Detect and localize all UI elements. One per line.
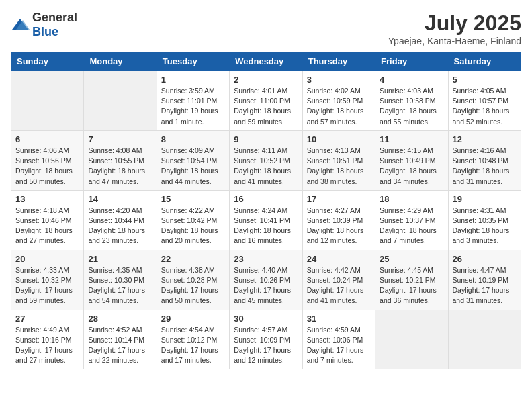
- logo: General Blue: [11, 11, 77, 39]
- calendar-cell: 25Sunrise: 4:45 AM Sunset: 10:21 PM Dayl…: [375, 250, 448, 310]
- day-info: Sunrise: 4:02 AM Sunset: 10:59 PM Daylig…: [307, 86, 371, 127]
- day-info: Sunrise: 3:59 AM Sunset: 11:01 PM Daylig…: [161, 86, 225, 127]
- page-header: General Blue July 2025 Ypaejae, Kanta-Ha…: [11, 11, 521, 46]
- day-number: 27: [15, 314, 79, 324]
- calendar-cell: 3Sunrise: 4:02 AM Sunset: 10:59 PM Dayli…: [302, 71, 375, 131]
- calendar-week-row: 6Sunrise: 4:06 AM Sunset: 10:56 PM Dayli…: [11, 130, 521, 190]
- calendar-cell: 23Sunrise: 4:40 AM Sunset: 10:26 PM Dayl…: [230, 250, 302, 310]
- calendar-cell: 27Sunrise: 4:49 AM Sunset: 10:16 PM Dayl…: [11, 310, 84, 369]
- calendar-week-row: 20Sunrise: 4:33 AM Sunset: 10:32 PM Dayl…: [11, 250, 521, 310]
- calendar-cell: 26Sunrise: 4:47 AM Sunset: 10:19 PM Dayl…: [448, 250, 521, 310]
- title-block: July 2025 Ypaejae, Kanta-Haeme, Finland: [388, 11, 521, 46]
- calendar-cell: 15Sunrise: 4:22 AM Sunset: 10:42 PM Dayl…: [157, 190, 229, 250]
- calendar-cell: [375, 310, 448, 369]
- day-number: 3: [307, 75, 371, 85]
- day-info: Sunrise: 4:13 AM Sunset: 10:51 PM Daylig…: [307, 146, 371, 187]
- day-number: 9: [234, 134, 298, 144]
- calendar-cell: 31Sunrise: 4:59 AM Sunset: 10:06 PM Dayl…: [302, 310, 375, 369]
- day-number: 15: [161, 194, 225, 204]
- day-number: 20: [15, 254, 79, 264]
- day-info: Sunrise: 4:24 AM Sunset: 10:41 PM Daylig…: [234, 205, 298, 246]
- day-number: 17: [307, 194, 371, 204]
- logo-blue: Blue: [32, 25, 58, 38]
- calendar-cell: 6Sunrise: 4:06 AM Sunset: 10:56 PM Dayli…: [11, 130, 84, 190]
- day-number: 6: [15, 134, 79, 144]
- day-number: 28: [88, 314, 152, 324]
- weekday-header: Monday: [84, 52, 157, 71]
- day-info: Sunrise: 4:08 AM Sunset: 10:55 PM Daylig…: [88, 146, 152, 187]
- day-info: Sunrise: 4:49 AM Sunset: 10:16 PM Daylig…: [15, 325, 79, 366]
- calendar-cell: 13Sunrise: 4:18 AM Sunset: 10:46 PM Dayl…: [11, 190, 84, 250]
- day-info: Sunrise: 4:31 AM Sunset: 10:35 PM Daylig…: [453, 205, 517, 246]
- location-title: Ypaejae, Kanta-Haeme, Finland: [388, 36, 521, 46]
- day-info: Sunrise: 4:35 AM Sunset: 10:30 PM Daylig…: [88, 265, 152, 306]
- calendar-cell: 2Sunrise: 4:01 AM Sunset: 11:00 PM Dayli…: [230, 71, 302, 131]
- day-info: Sunrise: 4:09 AM Sunset: 10:54 PM Daylig…: [161, 146, 225, 187]
- day-number: 12: [453, 134, 517, 144]
- day-info: Sunrise: 4:18 AM Sunset: 10:46 PM Daylig…: [15, 205, 79, 246]
- day-info: Sunrise: 4:05 AM Sunset: 10:57 PM Daylig…: [453, 86, 517, 127]
- calendar-cell: 9Sunrise: 4:11 AM Sunset: 10:52 PM Dayli…: [230, 130, 302, 190]
- calendar-cell: 11Sunrise: 4:15 AM Sunset: 10:49 PM Dayl…: [375, 130, 448, 190]
- day-number: 22: [161, 254, 225, 264]
- logo-general: General: [32, 11, 77, 24]
- day-info: Sunrise: 4:38 AM Sunset: 10:28 PM Daylig…: [161, 265, 225, 306]
- calendar-cell: [84, 71, 157, 131]
- day-info: Sunrise: 4:29 AM Sunset: 10:37 PM Daylig…: [380, 205, 443, 246]
- day-number: 23: [234, 254, 298, 264]
- weekday-header: Wednesday: [230, 52, 302, 71]
- day-info: Sunrise: 4:45 AM Sunset: 10:21 PM Daylig…: [380, 265, 443, 306]
- weekday-header: Saturday: [448, 52, 521, 71]
- calendar-week-row: 27Sunrise: 4:49 AM Sunset: 10:16 PM Dayl…: [11, 310, 521, 369]
- day-number: 2: [234, 75, 298, 85]
- day-info: Sunrise: 4:27 AM Sunset: 10:39 PM Daylig…: [307, 205, 371, 246]
- day-number: 26: [453, 254, 517, 264]
- day-number: 5: [453, 75, 517, 85]
- day-number: 10: [307, 134, 371, 144]
- day-info: Sunrise: 4:06 AM Sunset: 10:56 PM Daylig…: [15, 146, 79, 187]
- day-number: 29: [161, 314, 225, 324]
- calendar-cell: 24Sunrise: 4:42 AM Sunset: 10:24 PM Dayl…: [302, 250, 375, 310]
- day-info: Sunrise: 4:22 AM Sunset: 10:42 PM Daylig…: [161, 205, 225, 246]
- calendar-cell: 17Sunrise: 4:27 AM Sunset: 10:39 PM Dayl…: [302, 190, 375, 250]
- day-number: 1: [161, 75, 225, 85]
- weekday-header: Friday: [375, 52, 448, 71]
- calendar-week-row: 13Sunrise: 4:18 AM Sunset: 10:46 PM Dayl…: [11, 190, 521, 250]
- day-info: Sunrise: 4:20 AM Sunset: 10:44 PM Daylig…: [88, 205, 152, 246]
- day-info: Sunrise: 4:54 AM Sunset: 10:12 PM Daylig…: [161, 325, 225, 366]
- day-info: Sunrise: 4:47 AM Sunset: 10:19 PM Daylig…: [453, 265, 517, 306]
- day-number: 25: [380, 254, 443, 264]
- day-number: 18: [380, 194, 443, 204]
- day-info: Sunrise: 4:03 AM Sunset: 10:58 PM Daylig…: [380, 86, 443, 127]
- day-info: Sunrise: 4:33 AM Sunset: 10:32 PM Daylig…: [15, 265, 79, 306]
- weekday-header: Tuesday: [157, 52, 229, 71]
- calendar-cell: 20Sunrise: 4:33 AM Sunset: 10:32 PM Dayl…: [11, 250, 84, 310]
- calendar-header-row: SundayMondayTuesdayWednesdayThursdayFrid…: [11, 52, 521, 71]
- calendar-table: SundayMondayTuesdayWednesdayThursdayFrid…: [11, 52, 521, 369]
- calendar-cell: 22Sunrise: 4:38 AM Sunset: 10:28 PM Dayl…: [157, 250, 229, 310]
- calendar-cell: 4Sunrise: 4:03 AM Sunset: 10:58 PM Dayli…: [375, 71, 448, 131]
- calendar-cell: 18Sunrise: 4:29 AM Sunset: 10:37 PM Dayl…: [375, 190, 448, 250]
- calendar-cell: 30Sunrise: 4:57 AM Sunset: 10:09 PM Dayl…: [230, 310, 302, 369]
- calendar-cell: 16Sunrise: 4:24 AM Sunset: 10:41 PM Dayl…: [230, 190, 302, 250]
- day-info: Sunrise: 4:40 AM Sunset: 10:26 PM Daylig…: [234, 265, 298, 306]
- calendar-cell: 12Sunrise: 4:16 AM Sunset: 10:48 PM Dayl…: [448, 130, 521, 190]
- day-info: Sunrise: 4:57 AM Sunset: 10:09 PM Daylig…: [234, 325, 298, 366]
- day-info: Sunrise: 4:11 AM Sunset: 10:52 PM Daylig…: [234, 146, 298, 187]
- day-info: Sunrise: 4:16 AM Sunset: 10:48 PM Daylig…: [453, 146, 517, 187]
- day-number: 31: [307, 314, 371, 324]
- day-number: 8: [161, 134, 225, 144]
- day-info: Sunrise: 4:15 AM Sunset: 10:49 PM Daylig…: [380, 146, 443, 187]
- day-number: 24: [307, 254, 371, 264]
- calendar-cell: 19Sunrise: 4:31 AM Sunset: 10:35 PM Dayl…: [448, 190, 521, 250]
- day-number: 21: [88, 254, 152, 264]
- calendar-cell: 21Sunrise: 4:35 AM Sunset: 10:30 PM Dayl…: [84, 250, 157, 310]
- weekday-header: Sunday: [11, 52, 84, 71]
- calendar-cell: 5Sunrise: 4:05 AM Sunset: 10:57 PM Dayli…: [448, 71, 521, 131]
- logo-icon: [11, 17, 30, 32]
- calendar-cell: 10Sunrise: 4:13 AM Sunset: 10:51 PM Dayl…: [302, 130, 375, 190]
- calendar-cell: 7Sunrise: 4:08 AM Sunset: 10:55 PM Dayli…: [84, 130, 157, 190]
- day-number: 4: [380, 75, 443, 85]
- day-number: 7: [88, 134, 152, 144]
- calendar-cell: [11, 71, 84, 131]
